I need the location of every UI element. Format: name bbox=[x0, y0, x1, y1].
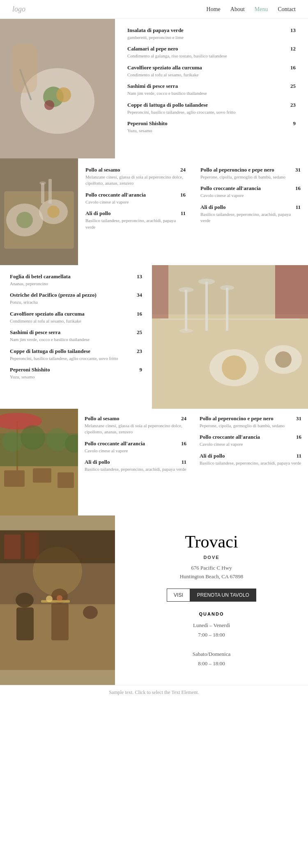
svg-point-4 bbox=[56, 87, 71, 102]
svg-rect-51 bbox=[51, 603, 69, 640]
svg-rect-7 bbox=[12, 44, 37, 93]
findus-where-label: DOVE bbox=[127, 555, 296, 560]
findus-hours: Lunedì – Venerdì 7:00 – 18:00 Sabato/Dom… bbox=[127, 621, 296, 669]
menu-item: Cavolfiore speziato alla curcuma 16 Cond… bbox=[10, 311, 142, 324]
svg-point-29 bbox=[222, 355, 246, 380]
logo: logo bbox=[12, 5, 25, 14]
svg-point-42 bbox=[21, 425, 45, 450]
menu-item: Sashimi di pesce serra 25 Nam jim verde,… bbox=[10, 329, 142, 343]
svg-rect-19 bbox=[160, 318, 300, 320]
svg-point-43 bbox=[46, 428, 69, 451]
menu-item: Pollo croccante all'arancia 16 Cavolo ci… bbox=[200, 185, 301, 199]
section4-right-col: Pollo al peperoncino e pepe nero 31 Pepe… bbox=[193, 409, 308, 515]
menu-item: Calamari al pepe nero 12 Condimento al g… bbox=[127, 46, 296, 59]
menu-item: Peperoni Shishito 9 Yuzu, sesamo bbox=[127, 120, 296, 134]
svg-point-16 bbox=[47, 206, 60, 218]
svg-point-53 bbox=[46, 595, 53, 602]
svg-point-48 bbox=[16, 593, 34, 607]
findus-when-label: QUANDO bbox=[127, 611, 296, 616]
svg-point-22 bbox=[179, 329, 193, 333]
menu-item: Foglia di betel caramellata 13 Ananas, p… bbox=[10, 273, 142, 287]
section2-image bbox=[0, 158, 78, 265]
svg-rect-32 bbox=[152, 265, 168, 318]
menu-item: Pollo croccante all'arancia 16 Cavolo ci… bbox=[85, 192, 186, 205]
svg-rect-25 bbox=[226, 288, 228, 331]
menu-item: Pollo al peperoncino e pepe nero 31 Pepe… bbox=[200, 167, 301, 180]
section4-left-col: Pollo al sesamo 24 Melanzane cinesi, gla… bbox=[78, 409, 193, 515]
section3-menu: Foglia di betel caramellata 13 Ananas, p… bbox=[0, 265, 152, 409]
nav-menu[interactable]: Menu bbox=[255, 6, 268, 13]
menu-item: Pollo al sesamo 24 Melanzane cinesi, gla… bbox=[85, 415, 186, 435]
menu-item: Ali di pollo 11 Basilico tailandese, pep… bbox=[85, 459, 186, 472]
findus-title: Trovaci bbox=[127, 532, 296, 552]
svg-point-55 bbox=[83, 606, 98, 619]
section-2: Pollo al sesamo 24 Melanzane cinesi, gla… bbox=[0, 158, 308, 265]
svg-point-41 bbox=[2, 431, 23, 452]
section-3: Foglia di betel caramellata 13 Ananas, p… bbox=[0, 265, 308, 409]
svg-point-30 bbox=[275, 351, 292, 368]
findus-address: 676 Pacific C Hwy Huntington Beach, CA 6… bbox=[127, 564, 296, 581]
section1-image bbox=[0, 19, 115, 158]
svg-rect-52 bbox=[41, 600, 70, 602]
svg-rect-39 bbox=[57, 472, 74, 488]
menu-item: Insalata di papaya verde 13 gamberetti, … bbox=[127, 27, 296, 41]
section3-image bbox=[152, 265, 308, 409]
menu-item: Ali di pollo 11 Basilico tailandese, pep… bbox=[200, 453, 301, 466]
menu-item: Ali di pollo 11 Basilico tailandese, pep… bbox=[200, 204, 301, 224]
svg-point-15 bbox=[16, 212, 33, 228]
svg-rect-14 bbox=[48, 179, 52, 204]
menu-item: Pollo croccante all'arancia 16 Cavolo ci… bbox=[200, 434, 301, 447]
svg-point-26 bbox=[220, 285, 234, 290]
menu-item: Sashimi di pesce serra 25 Nam jim verde,… bbox=[127, 83, 296, 96]
hours-weekend: Sabato/Domenica 8:00 – 18:00 bbox=[127, 649, 296, 669]
menu-item: Ali di pollo 11 Basilico tailandese, pep… bbox=[85, 210, 186, 230]
menu-item: Pollo croccante all'arancia 16 Cavolo ci… bbox=[85, 440, 186, 454]
findus-image bbox=[0, 515, 115, 685]
section4-menu: Pollo al sesamo 24 Melanzane cinesi, gla… bbox=[78, 409, 308, 515]
visit-button[interactable]: VISI bbox=[167, 589, 190, 602]
svg-rect-58 bbox=[25, 532, 39, 559]
section1-menu: Insalata di papaya verde 13 gamberetti, … bbox=[115, 19, 308, 158]
section4-image bbox=[0, 409, 78, 515]
nav-links: Home About Menu Contact bbox=[207, 6, 296, 13]
book-button[interactable]: PRENOTA UN TAVOLO bbox=[190, 589, 256, 602]
menu-item: Peperoni Shishito 9 Yuzu, sesamo bbox=[10, 366, 142, 380]
svg-rect-12 bbox=[41, 183, 44, 204]
nav-home[interactable]: Home bbox=[207, 6, 221, 13]
svg-rect-20 bbox=[185, 290, 187, 331]
svg-point-13 bbox=[39, 181, 46, 185]
nav-about[interactable]: About bbox=[230, 6, 245, 13]
section2-left-col: Pollo al sesamo 24 Melanzane cinesi, gla… bbox=[78, 158, 193, 265]
svg-point-54 bbox=[57, 595, 62, 601]
findus-content: Trovaci DOVE 676 Pacific C Hwy Huntingto… bbox=[115, 515, 308, 685]
svg-rect-38 bbox=[33, 468, 51, 483]
menu-item: Coppe di lattuga di pollo tailandese 23 … bbox=[127, 102, 296, 115]
hours-weekday: Lunedì – Venerdì 7:00 – 18:00 bbox=[127, 621, 296, 640]
navigation: logo Home About Menu Contact bbox=[0, 0, 308, 19]
svg-point-5 bbox=[44, 100, 54, 110]
findus-buttons: VISI PRENOTA UN TAVOLO bbox=[127, 589, 296, 602]
menu-item: Ostriche del Pacifico (prezzo al pezzo) … bbox=[10, 292, 142, 305]
section-4: Pollo al sesamo 24 Melanzane cinesi, gla… bbox=[0, 409, 308, 515]
footer-sample-text: Sample text. Click to select the Text El… bbox=[0, 685, 308, 700]
svg-rect-23 bbox=[205, 282, 208, 331]
svg-rect-57 bbox=[4, 534, 21, 559]
menu-item: Pollo al sesamo 24 Melanzane cinesi, gla… bbox=[85, 167, 186, 187]
svg-rect-31 bbox=[275, 265, 308, 318]
svg-point-24 bbox=[198, 279, 215, 284]
menu-item: Coppe di lattuga di pollo tailandese 23 … bbox=[10, 348, 142, 362]
menu-item: Cavolfiore speziato alla curcuma 16 Cond… bbox=[127, 64, 296, 78]
svg-rect-49 bbox=[16, 607, 34, 640]
section-1: Insalata di papaya verde 13 gamberetti, … bbox=[0, 19, 308, 158]
svg-point-21 bbox=[179, 287, 193, 292]
menu-item: Pollo al peperoncino e pepe nero 31 Pepe… bbox=[200, 415, 301, 429]
nav-contact[interactable]: Contact bbox=[278, 6, 296, 13]
svg-rect-37 bbox=[4, 470, 25, 487]
section2-right-col: Pollo al peperoncino e pepe nero 31 Pepe… bbox=[193, 158, 308, 265]
findus-section: Trovaci DOVE 676 Pacific C Hwy Huntingto… bbox=[0, 515, 308, 685]
